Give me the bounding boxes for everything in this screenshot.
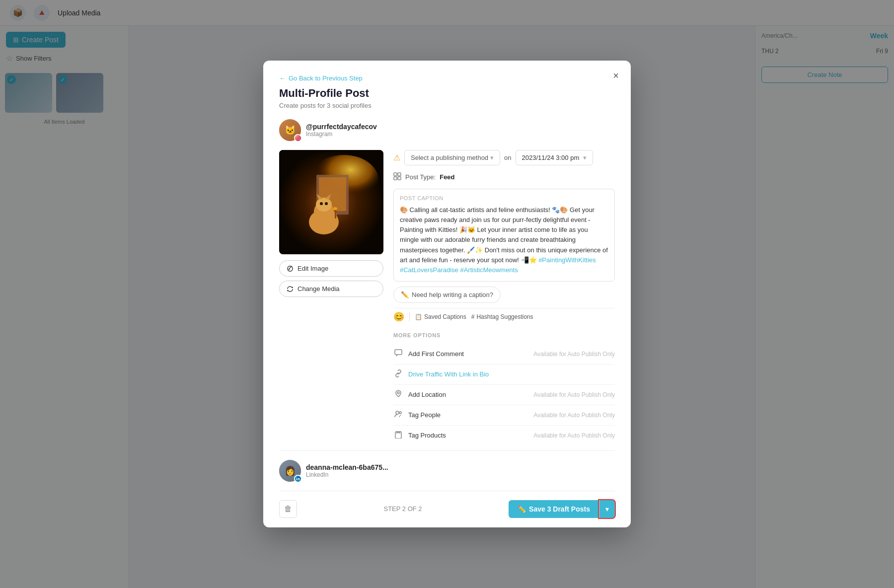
svg-point-23 [396,411,399,414]
svg-point-16 [288,266,293,271]
svg-rect-19 [394,177,397,180]
svg-point-15 [333,207,337,210]
delete-button[interactable]: 🗑 [279,500,297,518]
caption-box[interactable]: Post Caption 🎨 Calling all cat-tastic ar… [393,189,615,282]
profile2-handle: deanna-mclean-6ba675... [306,463,388,471]
back-link[interactable]: ← Go Back to Previous Step [279,74,615,82]
ai-caption-section: ✏️ Need help writing a caption? [393,287,615,303]
profile2-avatar: 👩 [279,460,301,482]
edit-image-button[interactable]: Edit Image [279,260,383,277]
back-label: Go Back to Previous Step [289,74,363,82]
saved-captions-label: Saved Captions [424,313,466,320]
svg-point-11 [320,202,323,205]
svg-rect-20 [398,177,401,180]
svg-rect-14 [335,209,336,219]
profile1-info: @purrfectdaycafecov Instagram [306,123,377,138]
ai-caption-icon: ✏️ [401,291,409,298]
profile2-platform: LinkedIn [306,471,388,478]
close-icon: × [613,70,619,81]
publish-method-chevron: ▾ [490,154,494,161]
post-type-icon [393,172,401,182]
close-button[interactable]: × [609,69,623,82]
svg-point-22 [397,392,399,394]
svg-point-0 [298,138,298,139]
save-button-group: ✏️ Save 3 Draft Posts ▾ [509,500,615,518]
profile2-section: 👩 deanna-mclean-6ba675... LinkedIn [279,450,615,482]
profile1-handle: @purrfectdaycafecov [306,123,377,131]
hashtags: #PaintingWithKitties #CatLoversParadise … [400,256,596,274]
linkedin-badge [294,475,302,483]
tag-people-label[interactable]: Tag People [408,411,441,419]
ai-caption-button[interactable]: ✏️ Need help writing a caption? [393,287,501,303]
option-drive-traffic: Drive Traffic With Link in Bio [393,365,615,385]
post-type-value: Feed [440,173,454,181]
caption-text[interactable]: 🎨 Calling all cat-tastic artists and fel… [400,205,608,275]
option-tag-people: Tag People Available for Auto Publish On… [393,405,615,426]
option-add-first-comment: Add First Comment Available for Auto Pub… [393,344,615,365]
modal-title: Multi-Profile Post [279,87,615,100]
profile2-info: deanna-mclean-6ba675... LinkedIn [306,463,388,478]
emoji-divider [409,312,410,321]
publishing-row: ⚠ Select a publishing method ▾ on 2023/1… [393,150,615,165]
option-tag-products: Tag Products Available for Auto Publish … [393,426,615,445]
caption-label: Post Caption [400,195,608,201]
save-draft-icon: ✏️ [518,505,526,513]
edit-image-label: Edit Image [298,265,328,272]
post-type-label: Post Type: [405,173,436,181]
left-column: Edit Image Change Media [279,150,383,445]
emoji-picker-button[interactable]: 😊 [393,311,404,322]
add-location-label[interactable]: Add Location [408,391,446,398]
svg-point-26 [297,477,297,478]
drive-traffic-label[interactable]: Drive Traffic With Link in Bio [408,370,489,378]
modal-subtitle: Create posts for 3 social profiles [279,102,615,109]
image-actions: Edit Image Change Media [279,260,383,297]
saved-captions-button[interactable]: 📋 Saved Captions [415,313,466,320]
date-chevron: ▾ [583,154,587,161]
people-icon [393,410,403,420]
add-location-availability: Available for Auto Publish Only [533,391,615,398]
change-media-label: Change Media [298,285,340,293]
date-select[interactable]: 2023/11/24 3:00 pm ▾ [516,150,594,165]
hashtag-suggestions-label: Hashtag Suggestions [476,313,533,320]
instagram-badge [294,134,302,142]
post-image [279,150,383,254]
svg-rect-17 [394,173,397,176]
edit-image-icon [287,265,294,272]
right-column: ⚠ Select a publishing method ▾ on 2023/1… [393,150,615,445]
change-media-button[interactable]: Change Media [279,281,383,297]
svg-point-24 [399,412,401,414]
tag-people-availability: Available for Auto Publish Only [533,412,615,419]
profile1-avatar: 🐱 [279,119,301,141]
save-dropdown-chevron: ▾ [605,505,609,513]
back-arrow-icon: ← [279,74,286,82]
change-media-icon [287,286,294,293]
svg-rect-18 [398,173,401,176]
ai-caption-label: Need help writing a caption? [412,291,493,298]
modal-overlay: × ← Go Back to Previous Step Multi-Profi… [0,0,894,588]
hashtag-suggestions-button[interactable]: # Hashtag Suggestions [471,313,533,320]
content-columns: Edit Image Change Media [279,150,615,445]
delete-icon: 🗑 [284,505,292,514]
link-icon [393,369,403,379]
products-icon [393,431,403,441]
step-label: STEP 2 OF 2 [383,505,422,513]
save-dropdown-button[interactable]: ▾ [599,500,615,518]
more-options-label: MORE OPTIONS [393,332,615,338]
location-icon [393,390,403,400]
save-draft-label: Save 3 Draft Posts [529,505,590,513]
profile1-row: 🐱 @purrfectdaycafecov Instagram [279,119,615,141]
tag-products-label[interactable]: Tag Products [408,432,446,439]
svg-point-12 [325,202,328,205]
svg-point-8 [316,198,332,212]
add-first-comment-label[interactable]: Add First Comment [408,350,464,358]
date-value: 2023/11/24 3:00 pm [522,154,580,161]
publish-method-select[interactable]: Select a publishing method ▾ [404,150,500,165]
save-draft-button[interactable]: ✏️ Save 3 Draft Posts [509,500,599,518]
svg-rect-21 [395,350,402,355]
on-label: on [504,154,511,161]
option-add-location: Add Location Available for Auto Publish … [393,385,615,405]
publish-method-label: Select a publishing method [411,154,488,161]
modal-footer: 🗑 STEP 2 OF 2 ✏️ Save 3 Draft Posts ▾ [279,491,615,518]
cat-painting-svg [279,150,383,254]
comment-icon [393,349,403,359]
